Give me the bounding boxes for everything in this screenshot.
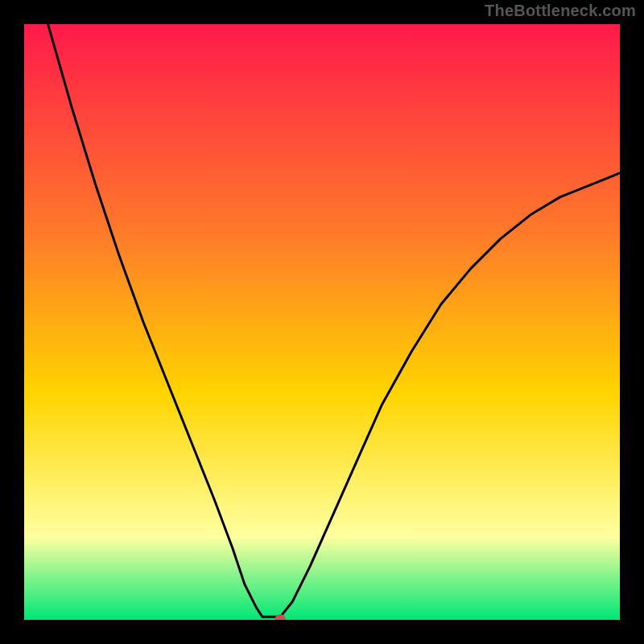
plot-svg	[24, 24, 620, 620]
chart-frame: TheBottleneck.com	[0, 0, 644, 644]
plot-area	[24, 24, 620, 620]
watermark-text: TheBottleneck.com	[485, 2, 636, 20]
gradient-background	[24, 24, 620, 620]
